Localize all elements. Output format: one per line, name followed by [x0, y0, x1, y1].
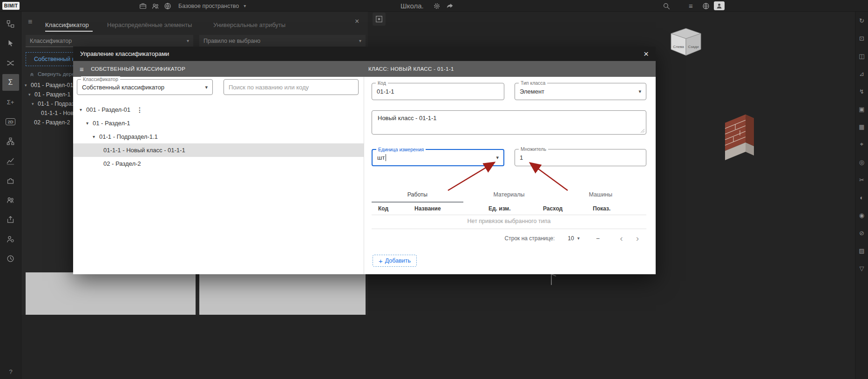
caret-down-icon[interactable]: ▾ [28, 92, 34, 97]
app-root: BIMIT Базовое пространство ▾ Школа. ≡ [0, 0, 868, 379]
shaded-view-icon[interactable]: ◐ [855, 189, 868, 206]
sum-button[interactable]: Σ [0, 73, 21, 92]
fit-view-icon[interactable]: ⊡ [855, 29, 868, 47]
section-plane-icon[interactable]: ◫ [855, 47, 868, 65]
snap-icon[interactable]: ↯ [855, 82, 868, 100]
kebab-menu-icon[interactable]: ⋮ [136, 106, 143, 114]
tab-materials[interactable]: Материалы [463, 189, 555, 203]
model-tree-button[interactable] [0, 14, 21, 34]
model-tree-icon [6, 20, 15, 28]
col-unit: Ед. изм. [488, 205, 511, 212]
search-icon[interactable] [662, 2, 671, 10]
caret-down-icon[interactable]: ▾ [86, 121, 93, 126]
dialog-section-headers: ≡ СОБСТВЕННЫЙ КЛАССИФИКАТОР КЛАСС: НОВЫЙ… [73, 61, 656, 77]
caret-down-icon[interactable]: ▾ [80, 107, 86, 112]
caret-down-icon[interactable]: ▾ [25, 83, 31, 88]
panel-menu-icon[interactable]: ≡ [28, 18, 32, 26]
export-icon [6, 215, 15, 224]
visibility-icon[interactable]: ◉ [855, 206, 868, 224]
export-button[interactable] [0, 210, 21, 229]
topbar: BIMIT Базовое пространство ▾ Школа. ≡ [0, 0, 868, 12]
chart-button[interactable] [0, 151, 21, 170]
filter-icon[interactable]: ▽ [855, 259, 868, 277]
orbit-icon[interactable]: ↻ [855, 12, 868, 29]
collaboration-icon[interactable] [151, 2, 160, 10]
plugins-button[interactable] [0, 170, 21, 190]
classifier-select[interactable]: Классификатор Собственный классификатор … [77, 79, 213, 95]
prev-page-icon[interactable]: ‹ [620, 234, 623, 243]
chevron-down-icon[interactable]: ▾ [496, 155, 499, 161]
relations-icon [6, 59, 15, 68]
chevron-down-icon[interactable]: ▾ [205, 84, 208, 90]
user-roles-button[interactable] [0, 229, 21, 249]
next-page-icon[interactable]: › [636, 234, 639, 243]
dialog-close-icon[interactable]: × [644, 49, 649, 58]
tree-item[interactable]: ▾ 01 - Раздел-1 [73, 116, 364, 130]
share-icon[interactable] [446, 2, 454, 10]
tab-machines[interactable]: Машины [555, 189, 646, 203]
tree-item[interactable]: ▾ 01-1 - Подраздел-1.1 [73, 130, 364, 143]
rule-filter-select[interactable]: Правило не выбрано ▾ [199, 35, 366, 47]
tree-item-selected[interactable]: 01-1-1 - Новый класс - 01-1-1 [73, 143, 364, 157]
menu-list-icon[interactable]: ≡ [689, 0, 693, 12]
cube-right-face-label[interactable]: Сзади [688, 45, 698, 49]
measure-icon[interactable]: ⊿ [855, 65, 868, 82]
user-avatar[interactable] [714, 1, 725, 10]
settings-gear-icon[interactable] [433, 2, 441, 10]
multiplier-field[interactable]: Множитель 1 [515, 149, 646, 166]
view-2d-icon: 2D [6, 118, 15, 125]
rows-per-page-select[interactable]: 10 ▾ [568, 235, 579, 242]
tab-universal-attributes[interactable]: Универсальные атрибуты [213, 21, 285, 28]
tree-item-label: 02 - Раздел-2 [34, 119, 70, 126]
cube-left-face-label[interactable]: Слева [673, 45, 684, 49]
pin-icon[interactable]: ◎ [855, 153, 868, 171]
web-sync-icon[interactable] [163, 2, 172, 10]
hierarchy-button[interactable] [0, 131, 21, 151]
tab-unassigned-elements[interactable]: Нераспределённые элементы [107, 21, 192, 28]
class-name-textarea[interactable]: Новый класс - 01-1-1 [372, 110, 646, 135]
grid-icon[interactable]: ▦ [855, 118, 868, 135]
tree-item-label: 001 - Раздел-01 [31, 82, 73, 88]
menu-icon[interactable]: ≡ [80, 65, 84, 73]
select-button[interactable] [0, 34, 21, 53]
cut-icon[interactable]: ✂ [855, 171, 868, 189]
chevron-down-icon[interactable]: ▾ [638, 88, 641, 95]
panel-close-icon[interactable]: × [355, 17, 359, 26]
globe-icon[interactable] [702, 2, 710, 10]
app-logo[interactable]: BIMIT [2, 2, 20, 10]
tree-item[interactable]: ▾ 001 - Раздел-01 ⋮ [73, 103, 364, 116]
tree-item[interactable]: 02 - Раздел-2 [73, 157, 364, 170]
viewport-capture-button[interactable] [373, 13, 386, 26]
code-field[interactable]: Код 01-1-1 [372, 83, 504, 100]
visibility-off-icon[interactable]: ⊘ [855, 224, 868, 242]
col-show: Показ. [593, 205, 610, 212]
dialog-titlebar: Управление классификаторами × [73, 47, 656, 61]
dialog-left-pane: Классификатор Собственный классификатор … [73, 77, 364, 274]
toolbox-icon[interactable] [139, 2, 147, 10]
classifier-filter-value: Классификатор [30, 38, 72, 44]
multiplier-field-label: Множитель [519, 146, 548, 152]
tab-works[interactable]: Работы [372, 189, 463, 203]
caret-down-icon[interactable]: ▾ [93, 134, 99, 139]
sum-add-button[interactable]: Σ+ [0, 92, 21, 112]
classifier-filter-select[interactable]: Классификатор ▾ [26, 35, 193, 47]
view-2d-button[interactable]: 2D [0, 112, 21, 131]
history-button[interactable] [0, 249, 21, 268]
material-paint-icon[interactable]: ▨ [855, 242, 868, 259]
page-range: – [597, 235, 600, 242]
add-binding-button[interactable]: + Добавить [373, 255, 417, 267]
class-type-select[interactable]: Тип класса Элемент ▾ [515, 83, 646, 100]
workspace-selector[interactable]: Базовое пространство ▾ [178, 0, 246, 12]
tab-classifier[interactable]: Классификатор [45, 21, 89, 28]
resize-handle-icon[interactable] [640, 129, 645, 133]
focus-icon[interactable]: ⌖ [855, 135, 868, 153]
caret-down-icon[interactable]: ▾ [32, 102, 38, 106]
unit-select[interactable]: Единица измерения шт ▾ [372, 149, 504, 166]
help-button[interactable]: ? [0, 368, 21, 375]
solid-view-icon[interactable]: ▣ [855, 100, 868, 118]
cursor-icon [7, 39, 15, 47]
team-button[interactable] [0, 190, 21, 210]
search-input[interactable]: Поиск по названию или коду [224, 79, 359, 95]
relations-button[interactable] [0, 53, 21, 73]
navigation-cube[interactable]: Слева Сзади [669, 27, 703, 57]
